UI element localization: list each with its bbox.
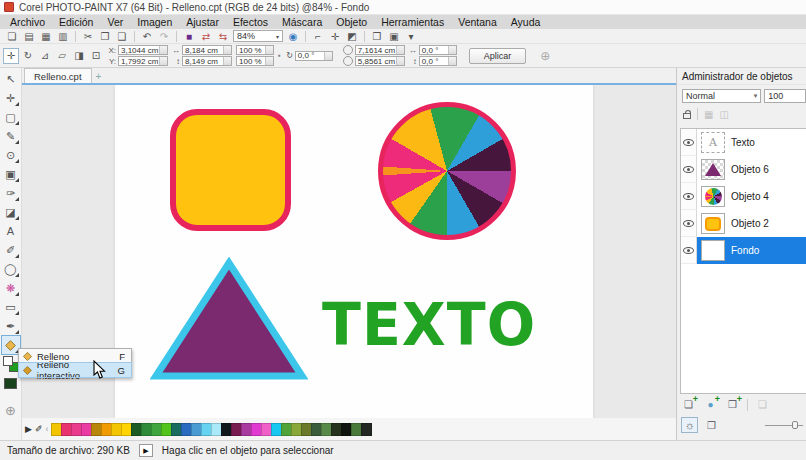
new-tab-button[interactable]: + <box>92 70 106 83</box>
open-icon[interactable]: ▤ <box>22 30 36 43</box>
anchor-x-radio[interactable] <box>343 45 353 55</box>
toolbox-navigator-icon[interactable]: ⊕ <box>5 403 16 418</box>
menu-item-relleno-interactivo[interactable]: Relleno interactivo G <box>19 363 131 377</box>
duplicate-object-button[interactable]: ❐+ <box>725 398 740 411</box>
scale-y-field[interactable]: 100 % <box>236 56 274 66</box>
visibility-eye-icon[interactable] <box>681 183 697 210</box>
rectangle-tool[interactable]: ▭ <box>2 298 20 316</box>
y-position-field[interactable]: 1,7992 cm <box>118 56 168 66</box>
redo-icon[interactable]: ↷ <box>157 30 171 43</box>
navigator-icon[interactable]: ⊕ <box>540 49 550 63</box>
new-object-button[interactable]: ❏+ <box>681 398 696 411</box>
scale-y-spinner[interactable] <box>265 57 273 65</box>
rounded-square-object[interactable] <box>170 109 291 231</box>
copy-icon[interactable]: ❐ <box>98 30 112 43</box>
undo-icon[interactable]: ↶ <box>140 30 154 43</box>
height-field[interactable]: 8,149 cm <box>182 56 232 66</box>
menu-efectos[interactable]: Efectos <box>226 15 275 29</box>
pick-tool[interactable]: ↖ <box>2 70 20 88</box>
x-position-field[interactable]: 3,1044 cm <box>118 45 168 55</box>
skew-v-field[interactable]: 0,0 ° <box>419 56 457 66</box>
canvas-color-swatch[interactable] <box>2 374 20 392</box>
save-icon[interactable]: ▦ <box>39 30 53 43</box>
grid-icon[interactable]: ⌐ <box>311 30 325 43</box>
menu-edicion[interactable]: Edición <box>52 15 100 29</box>
options-icon[interactable]: ▣ <box>387 30 401 43</box>
print-icon[interactable]: ▥ <box>56 30 70 43</box>
object-row-texto[interactable]: ATexto <box>681 129 806 156</box>
skew-v-spinner[interactable] <box>448 57 456 65</box>
object-row-objeto-6[interactable]: Objeto 6 <box>681 156 806 183</box>
menu-archivo[interactable]: Archivo <box>3 15 52 29</box>
toolbar-caret-icon[interactable]: ▾ <box>404 30 418 43</box>
touch-up-tool[interactable]: ✑ <box>2 184 20 202</box>
skew-mode-button[interactable]: ▱ <box>54 48 70 64</box>
scale-x-spinner[interactable] <box>265 46 273 54</box>
layer-options-icon[interactable]: ▦ <box>704 109 713 120</box>
menu-ver[interactable]: Ver <box>100 15 130 29</box>
skew-h-field[interactable]: 0,0 ° <box>419 45 457 55</box>
distort-mode-button[interactable]: ◨ <box>71 48 87 64</box>
menu-ajustar[interactable]: Ajustar <box>179 15 226 29</box>
scale-mode-button[interactable]: ⊿ <box>37 48 53 64</box>
width-spinner[interactable] <box>223 46 231 54</box>
color-wheel-object[interactable] <box>378 102 516 240</box>
rectangle-mask-tool[interactable]: ▢ <box>2 108 20 126</box>
anchor-y-radio[interactable] <box>343 56 353 66</box>
slider-handle[interactable] <box>792 421 798 429</box>
zoom-tool[interactable]: ⊙ <box>2 146 20 164</box>
document-tab[interactable]: Relleno.cpt <box>24 68 92 83</box>
mask-transform-tool[interactable]: ✛ <box>2 89 20 107</box>
image-sprayer-tool[interactable]: ❋ <box>2 279 20 297</box>
lock-transparency-icon[interactable] <box>683 113 691 119</box>
mask-overlay-icon[interactable]: ◩ <box>345 30 359 43</box>
palette-eyedropper-icon[interactable]: ✐ <box>35 424 43 434</box>
thumbnail-options-icon[interactable]: ◫ <box>719 109 728 120</box>
anchor-y-spinner[interactable] <box>396 57 404 65</box>
document-page[interactable]: TEXTO <box>115 85 593 418</box>
color-swatches[interactable] <box>2 355 20 373</box>
text-object[interactable]: TEXTO <box>322 290 536 359</box>
text-tool[interactable]: A <box>2 222 20 240</box>
anchor-y-field[interactable]: 5,8561 cm <box>355 56 405 66</box>
object-row-fondo[interactable]: Fondo <box>681 237 806 264</box>
scale-x-field[interactable]: 100 % <box>236 45 274 55</box>
cut-icon[interactable]: ✂ <box>81 30 95 43</box>
clone-tool[interactable]: ▣ <box>2 165 20 183</box>
visibility-eye-icon[interactable] <box>681 129 697 156</box>
paste-icon[interactable]: ❑ <box>115 30 129 43</box>
palette-scroll-left-icon[interactable]: ‹ <box>45 424 48 434</box>
rotation-field[interactable]: 0,0 ° <box>295 51 333 61</box>
expand-status-icon[interactable]: ▶ <box>139 444 153 457</box>
menu-objeto[interactable]: Objeto <box>329 15 374 29</box>
object-row-objeto-4[interactable]: Objeto 4 <box>681 183 806 210</box>
blend-mode-dropdown[interactable]: Normal▾ <box>682 89 761 103</box>
palette-flyout-arrow-icon[interactable]: ▶ <box>25 424 32 434</box>
snap-icon[interactable]: ✛ <box>328 30 342 43</box>
paint-tool[interactable]: ✐ <box>2 241 20 259</box>
fill-tool[interactable] <box>2 336 20 354</box>
new-lens-button[interactable]: ●+ <box>703 398 718 411</box>
perspective-mode-button[interactable]: ⊡ <box>88 48 104 64</box>
rotation-spinner[interactable] <box>324 52 332 60</box>
eraser-tool[interactable]: ◪ <box>2 203 20 221</box>
anchor-x-field[interactable]: 7,1614 cm <box>355 45 405 55</box>
center-view-button[interactable]: ☼ <box>681 417 698 433</box>
menu-herramientas[interactable]: Herramientas <box>374 15 451 29</box>
apply-button[interactable]: Aplicar <box>469 48 527 64</box>
visibility-eye-icon[interactable] <box>681 156 697 183</box>
zoom-fit-icon[interactable]: ◉ <box>286 30 300 43</box>
rotate-mode-button[interactable]: ↻ <box>20 48 36 64</box>
visibility-eye-icon[interactable] <box>681 210 697 237</box>
zoom-level-select[interactable]: 84%▾ <box>233 30 283 42</box>
menu-mascara[interactable]: Máscara <box>275 15 329 29</box>
skew-h-spinner[interactable] <box>448 46 456 54</box>
anchor-x-spinner[interactable] <box>396 46 404 54</box>
width-field[interactable]: 8,184 cm <box>182 45 232 55</box>
export-icon[interactable]: ⇄ <box>199 30 213 43</box>
y-spinner[interactable] <box>159 57 167 65</box>
x-spinner[interactable] <box>159 46 167 54</box>
foreground-color-swatch[interactable] <box>3 356 13 366</box>
new-document-icon[interactable]: ❏ <box>5 30 19 43</box>
eyedropper-tool[interactable]: ✒ <box>2 317 20 335</box>
